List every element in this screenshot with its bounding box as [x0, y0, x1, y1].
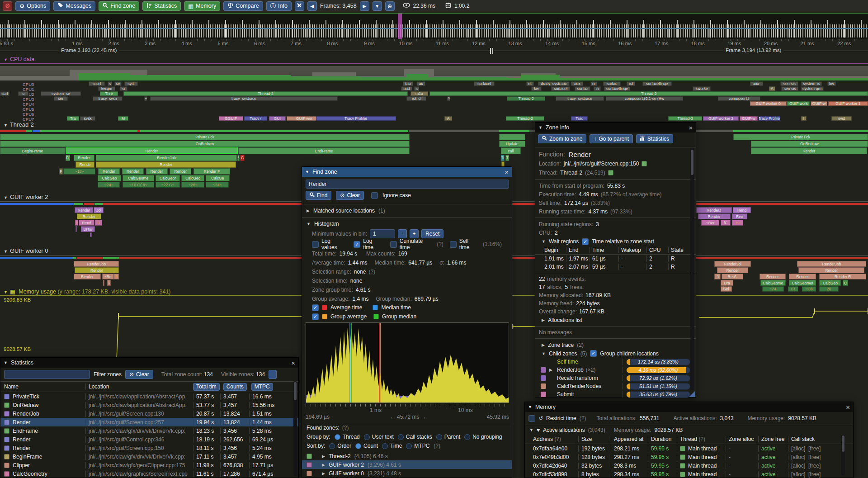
- cpu-zone-segment[interactable]: GGUIF: [219, 116, 243, 121]
- cpu4-track[interactable]: GUIF worker 0GUIF workGUIF-wGUIF worker …: [0, 101, 868, 106]
- cpu-zone-segment[interactable]: Thread-2: [668, 116, 702, 121]
- allocation-row[interactable]: 0x7dfc53d898 8 bytes 298.34 ms 59.95 s M…: [525, 470, 853, 478]
- allocation-row[interactable]: 0x7e049b3d00 128 bytes 298.27 ms 59.95 s…: [525, 453, 853, 461]
- cpu-zone-segment[interactable]: kw.gm: [98, 86, 115, 91]
- zone-segment[interactable]: Render: [717, 267, 748, 273]
- go-to-parent-button[interactable]: ↑Go to parent: [590, 134, 633, 143]
- zone-segment[interactable]: ~18~: [63, 168, 95, 175]
- thread2-row-1[interactable]: OnRedrawUpdateOnRedraw: [0, 141, 868, 147]
- radio-option[interactable]: Order: [329, 443, 351, 449]
- zone-segment[interactable]: Ren: [732, 213, 748, 219]
- cpu-zone-segment[interactable]: (au: [403, 81, 413, 86]
- zone-segment[interactable]: ~26~: [181, 182, 204, 188]
- zone-segment[interactable]: Rend: [733, 207, 750, 213]
- zone-segment[interactable]: RenderJob: [797, 261, 867, 267]
- zone-segment[interactable]: Render: [170, 168, 191, 175]
- wait-region-row[interactable]: 2.01 ms 2.07 ms 59 µs - 2 R: [535, 263, 696, 271]
- zone-segment[interactable]: CalcGeo: [98, 175, 121, 181]
- statistics-button[interactable]: Statistics: [142, 1, 181, 11]
- cpu-zone-segment[interactable]: A: [769, 86, 775, 91]
- cpu-zone-segment[interactable]: m1a: [410, 91, 428, 96]
- zone-segment[interactable]: CalcGeor: [156, 175, 180, 181]
- wait-region-row[interactable]: 1.91 ms 1.97 ms 61 µs - 2 R: [535, 255, 696, 263]
- memory-scrollbar[interactable]: [841, 435, 845, 475]
- zone-segment[interactable]: ~22 C~: [156, 182, 180, 188]
- zone-statistics-button[interactable]: Statistics: [636, 134, 673, 143]
- table-row[interactable]: PrivateTick jni/../jni/src/claw/applicat…: [0, 392, 298, 401]
- cpu-zone-segment[interactable]: syst: [124, 81, 138, 86]
- cpu-zone-segment[interactable]: sysk: [80, 116, 96, 121]
- goto-frame-button[interactable]: ⊕: [385, 1, 395, 11]
- zone-segment[interactable]: [499, 134, 525, 140]
- table-row[interactable]: EndFrame jni/../jni/src/claw/gfx/drv/vk/…: [0, 426, 298, 435]
- zone-segment[interactable]: Ti: [501, 155, 505, 161]
- child-zone-row[interactable]: CalcRenderNodes 51.51 us (1.15%): [535, 382, 696, 390]
- cpu-zone-segment[interactable]: syst: [831, 116, 851, 121]
- find-zone-button[interactable]: Find zone: [99, 1, 139, 11]
- zone-segment[interactable]: BeginFrame: [0, 147, 65, 154]
- zone-segment[interactable]: Render: [75, 207, 93, 213]
- restrict-time-checkbox[interactable]: [528, 415, 535, 422]
- cpu-zone-segment[interactable]: system_se: [41, 91, 80, 96]
- col-total-time-sort[interactable]: Total tim: [193, 383, 220, 391]
- close-icon[interactable]: ×: [291, 360, 295, 366]
- table-row[interactable]: OnRedraw jni/../jni/src/claw/application…: [0, 401, 298, 409]
- radio-option[interactable]: Call stacks: [398, 434, 432, 440]
- child-zone-row[interactable]: ▶ RenderJob(×2) 4.16 ms (92.60%): [535, 366, 696, 374]
- zone-segment[interactable]: CalcGeome: [760, 280, 786, 286]
- zone-segment[interactable]: CalcGeo: [181, 175, 204, 181]
- cpu-zone-segment[interactable]: f: [801, 116, 807, 121]
- radio-option[interactable]: Count: [355, 443, 378, 449]
- zone-segment[interactable]: ~: [107, 280, 111, 286]
- cpu3-track[interactable]: sertracy_sysn~tracy_systracerot_d^Thread…: [0, 96, 868, 101]
- cpu-zone-segment[interactable]: s: [414, 86, 420, 91]
- cpu-zone-segment[interactable]: Tracy Profiler: [759, 116, 780, 121]
- zone-segment[interactable]: [75, 226, 77, 232]
- histogram-section-toggle[interactable]: ▼Histogram: [302, 219, 512, 228]
- cpu-zone-segment[interactable]: surfaceflinge: [642, 81, 672, 86]
- cpu-zone-segment[interactable]: ^: [447, 96, 451, 101]
- zoom-to-zone-button[interactable]: Zoom to zone: [538, 134, 586, 143]
- zone-segment[interactable]: Rend: [79, 220, 95, 226]
- cpu-zone-segment[interactable]: GUI: [269, 116, 285, 121]
- cpu-zone-segment[interactable]: Tracy (: [244, 116, 268, 121]
- zone-segment[interactable]: PrivateTick: [0, 134, 410, 140]
- zone-segment[interactable]: PrivateTick: [733, 134, 868, 140]
- zone-segment[interactable]: [90, 232, 92, 237]
- zone-segment[interactable]: F(: [66, 155, 70, 161]
- cpu-zone-segment[interactable]: et: [526, 81, 534, 86]
- cpu0-track[interactable]: ssurfssesyst(auausurfacefetdracy_systrao…: [0, 81, 868, 86]
- table-row[interactable]: RenderJob jni/../jni/src/guif/Screen.cpp…: [0, 409, 298, 418]
- guif-worker2-header[interactable]: ▼GUIF worker 2: [4, 194, 48, 200]
- power-button[interactable]: Ø: [3, 1, 12, 11]
- cpu-zone-segment[interactable]: ~: [144, 96, 148, 101]
- col-counts-sort[interactable]: Counts: [223, 383, 247, 391]
- average-time-checkbox[interactable]: ✓: [312, 304, 319, 311]
- zone-segment[interactable]: Render: [96, 161, 236, 168]
- relative-time-checkbox[interactable]: ✓: [582, 238, 589, 245]
- cpu-zone-segment[interactable]: system-grm: [801, 86, 824, 91]
- cpu-zone-segment[interactable]: si: [120, 86, 127, 91]
- zone-segment[interactable]: Render: [122, 168, 144, 175]
- radio-option[interactable]: MTPC: [406, 443, 429, 449]
- zone-segment[interactable]: Render R: [819, 274, 866, 279]
- cpu-zone-segment[interactable]: system_is: [801, 81, 822, 86]
- zone-segment[interactable]: CalcGeomet: [789, 280, 816, 286]
- memory-titlebar[interactable]: ▼Memory×: [525, 402, 853, 412]
- histogram-plot[interactable]: [306, 322, 509, 403]
- cpu-zone-segment[interactable]: kw: [531, 86, 542, 91]
- cpu1-track[interactable]: kw.gmsiaudskwsurfacefsurfacinsurfaceflin…: [0, 86, 868, 91]
- zone-segment[interactable]: 5: [114, 274, 119, 279]
- cpu-zone-segment[interactable]: kworke: [693, 86, 711, 91]
- cpu-zone-segment[interactable]: rot_d: [406, 96, 426, 101]
- zone-segment[interactable]: ~24~: [206, 182, 229, 188]
- zone-segment[interactable]: OnRedraw: [0, 141, 410, 147]
- clear-button[interactable]: ⊘Clear: [336, 191, 364, 200]
- zone-segment[interactable]: Rencer: [760, 274, 786, 279]
- cpu-zone-segment[interactable]: Tra: [67, 116, 79, 121]
- zone-info-titlebar[interactable]: ▼Zone info×: [535, 123, 696, 133]
- child-zone-row[interactable]: Self time 172.14 us (3.83%): [535, 358, 696, 366]
- cpu-data-header[interactable]: ▼CPU data: [4, 56, 34, 62]
- cpu-zone-segment[interactable]: ni: [590, 81, 597, 86]
- child-zone-row[interactable]: RecalcTransform 72.92 us (1.62%): [535, 374, 696, 382]
